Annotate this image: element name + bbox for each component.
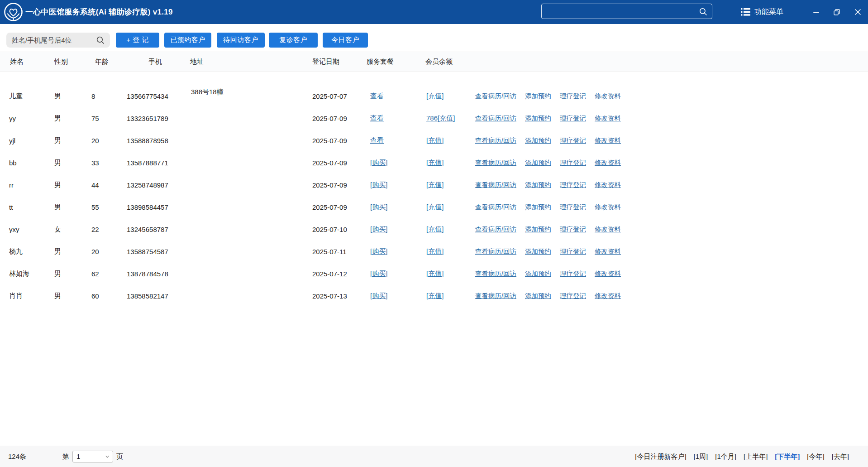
action-link-3[interactable]: 修改资料 — [595, 159, 621, 167]
balance-link[interactable]: [充值] — [426, 181, 444, 188]
action-link-2[interactable]: 理疗登记 — [560, 270, 586, 278]
action-link-0[interactable]: 查看病历/回访 — [475, 225, 516, 234]
action-link-2[interactable]: 理疗登记 — [560, 247, 586, 256]
package-link[interactable]: 查看 — [370, 136, 384, 144]
pager: 第 1 页 — [62, 446, 123, 467]
balance-link[interactable]: [充值] — [426, 136, 444, 144]
function-menu-label: 功能菜单 — [754, 7, 783, 17]
cell-date: 2025-07-07 — [311, 92, 366, 100]
action-link-3[interactable]: 修改资料 — [595, 181, 621, 189]
action-link-3[interactable]: 修改资料 — [595, 292, 621, 300]
action-link-0[interactable]: 查看病历/回访 — [475, 247, 516, 256]
action-link-2[interactable]: 理疗登记 — [560, 292, 586, 300]
cell-name: yjl — [8, 137, 53, 144]
action-link-3[interactable]: 修改资料 — [595, 136, 621, 145]
customer-search-box[interactable] — [6, 33, 110, 48]
global-search-input[interactable] — [542, 4, 712, 19]
action-link-3[interactable]: 修改资料 — [595, 114, 621, 123]
search-icon[interactable] — [699, 7, 708, 16]
followup-customers-button[interactable]: 待回访客户 — [217, 33, 265, 48]
action-link-0[interactable]: 查看病历/回访 — [475, 203, 516, 212]
action-link-3[interactable]: 修改资料 — [595, 92, 621, 101]
table-row: bb 男 33 13587888771 2025-07-09 [购买] [充值]… — [0, 152, 868, 174]
balance-link[interactable]: [充值] — [426, 159, 444, 166]
cell-balance: 786[充值] — [424, 114, 474, 123]
page-select[interactable]: 1 — [72, 451, 113, 462]
today-customers-button[interactable]: 今日客户 — [323, 33, 368, 48]
customer-search-input[interactable] — [6, 33, 110, 48]
register-button[interactable]: + 登 记 — [116, 33, 159, 48]
action-link-1[interactable]: 添加预约 — [525, 225, 551, 234]
balance-link[interactable]: [充值] — [426, 225, 444, 233]
table-row: 林如海 男 62 13878784578 2025-07-12 [购买] [充值… — [0, 263, 868, 285]
action-link-1[interactable]: 添加预约 — [525, 92, 551, 101]
package-link[interactable]: [购买] — [370, 225, 387, 233]
close-button[interactable] — [847, 0, 868, 24]
action-link-0[interactable]: 查看病历/回访 — [475, 270, 516, 278]
action-link-2[interactable]: 理疗登记 — [560, 114, 586, 123]
cell-phone: 13258748987 — [121, 181, 189, 189]
cell-date: 2025-07-09 — [311, 181, 366, 189]
package-link[interactable]: 查看 — [370, 92, 384, 100]
action-link-1[interactable]: 添加预约 — [525, 114, 551, 123]
global-search-box[interactable] — [541, 4, 712, 19]
action-link-1[interactable]: 添加预约 — [525, 159, 551, 167]
balance-link[interactable]: [充值] — [426, 270, 444, 277]
action-link-2[interactable]: 理疗登记 — [560, 181, 586, 189]
restore-button[interactable] — [826, 0, 847, 24]
package-link[interactable]: [购买] — [370, 159, 387, 166]
action-link-0[interactable]: 查看病历/回访 — [475, 159, 516, 167]
action-link-1[interactable]: 添加预约 — [525, 292, 551, 300]
filter-0[interactable]: [今日注册新客户] — [635, 453, 686, 461]
action-link-1[interactable]: 添加预约 — [525, 181, 551, 189]
action-link-3[interactable]: 修改资料 — [595, 203, 621, 212]
balance-link[interactable]: [充值] — [426, 203, 444, 211]
balance-link[interactable]: [充值] — [426, 92, 444, 100]
filter-5[interactable]: [今年] — [807, 453, 824, 461]
package-link[interactable]: [购买] — [370, 181, 387, 188]
package-link[interactable]: [购买] — [370, 203, 387, 211]
header-date: 登记日期 — [311, 58, 366, 66]
filter-1[interactable]: [1周] — [694, 453, 708, 461]
package-link[interactable]: [购买] — [370, 292, 387, 299]
reserved-customers-button[interactable]: 已预约客户 — [164, 33, 211, 48]
action-link-0[interactable]: 查看病历/回访 — [475, 114, 516, 123]
filter-2[interactable]: [1个月] — [715, 453, 736, 461]
function-menu-button[interactable]: 功能菜单 — [741, 0, 783, 24]
action-link-1[interactable]: 添加预约 — [525, 136, 551, 145]
action-link-3[interactable]: 修改资料 — [595, 225, 621, 234]
balance-link[interactable]: [充值] — [426, 292, 444, 299]
action-link-1[interactable]: 添加预约 — [525, 247, 551, 256]
action-link-0[interactable]: 查看病历/回访 — [475, 136, 516, 145]
cell-package: [购买] — [366, 181, 424, 189]
action-link-2[interactable]: 理疗登记 — [560, 225, 586, 234]
action-link-3[interactable]: 修改资料 — [595, 247, 621, 256]
package-link[interactable]: 查看 — [370, 114, 384, 122]
minimize-icon — [813, 12, 819, 13]
action-link-2[interactable]: 理疗登记 — [560, 136, 586, 145]
balance-link[interactable]: 786[充值] — [426, 114, 455, 122]
action-link-2[interactable]: 理疗登记 — [560, 92, 586, 101]
package-link[interactable]: [购买] — [370, 247, 387, 255]
action-link-1[interactable]: 添加预约 — [525, 203, 551, 212]
filter-4[interactable]: [下半年] — [775, 453, 800, 461]
action-link-0[interactable]: 查看病历/回访 — [475, 92, 516, 101]
action-link-1[interactable]: 添加预约 — [525, 270, 551, 278]
cell-balance: [充值] — [424, 181, 474, 189]
revisit-customers-button[interactable]: 复诊客户 — [269, 33, 318, 48]
filter-6[interactable]: [去年] — [832, 453, 849, 461]
filter-3[interactable]: [上半年] — [744, 453, 768, 461]
package-link[interactable]: [购买] — [370, 270, 387, 277]
cell-phone: 13588754587 — [121, 248, 189, 255]
balance-link[interactable]: [充值] — [426, 247, 444, 255]
cell-age: 20 — [91, 248, 121, 255]
search-icon[interactable] — [96, 36, 105, 45]
action-link-0[interactable]: 查看病历/回访 — [475, 181, 516, 189]
minimize-button[interactable] — [806, 0, 826, 24]
cell-balance: [充值] — [424, 92, 474, 101]
action-link-3[interactable]: 修改资料 — [595, 270, 621, 278]
action-link-2[interactable]: 理疗登记 — [560, 159, 586, 167]
action-link-2[interactable]: 理疗登记 — [560, 203, 586, 212]
cell-package: [购买] — [366, 159, 424, 167]
action-link-0[interactable]: 查看病历/回访 — [475, 292, 516, 300]
